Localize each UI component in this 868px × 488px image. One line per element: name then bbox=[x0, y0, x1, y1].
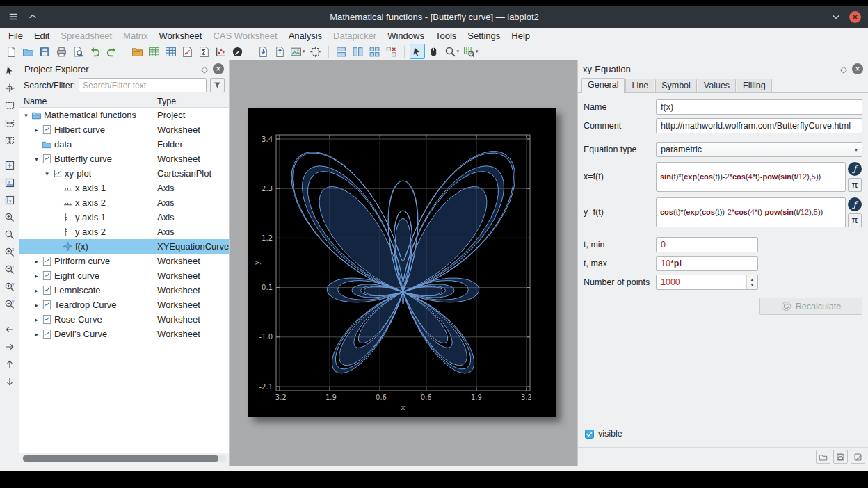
select-mode-button[interactable] bbox=[410, 44, 425, 59]
tab-line[interactable]: Line bbox=[625, 79, 654, 92]
tab-values[interactable]: Values bbox=[698, 79, 736, 92]
crosshair-button[interactable] bbox=[2, 81, 17, 96]
auto-scale-y-button[interactable]: y bbox=[2, 193, 17, 208]
new-cas-worksheet-button[interactable] bbox=[196, 44, 211, 59]
save-project-button[interactable] bbox=[37, 44, 52, 59]
titlebar-shade-icon[interactable] bbox=[830, 10, 842, 23]
horizontal-scrollbar[interactable] bbox=[22, 455, 226, 462]
zoom-out-button[interactable] bbox=[2, 227, 17, 243]
titlebar-close-button[interactable] bbox=[849, 11, 861, 23]
search-filter-input[interactable] bbox=[79, 78, 207, 92]
equation-type-select[interactable]: parametric ▾ bbox=[656, 142, 862, 157]
float-panel-icon[interactable]: ◇ bbox=[201, 65, 208, 74]
menu-datapicker[interactable]: Datapicker bbox=[328, 31, 382, 41]
zoom-y-select-button[interactable] bbox=[2, 133, 17, 148]
open-project-button[interactable] bbox=[20, 44, 35, 59]
zoom-select-button[interactable] bbox=[2, 98, 17, 113]
zoom-mode-button[interactable]: ▾ bbox=[443, 44, 461, 59]
new-workbook-button[interactable] bbox=[129, 44, 145, 59]
export-button[interactable] bbox=[272, 44, 287, 59]
auto-scale-button[interactable] bbox=[2, 158, 17, 173]
insert-function-button[interactable]: ƒ bbox=[848, 162, 862, 176]
tree-row-mathematical-functions[interactable]: ▾Mathematical functionsProject bbox=[19, 108, 229, 122]
horizontal-layout-button[interactable] bbox=[351, 44, 366, 59]
break-layout-button[interactable] bbox=[384, 44, 399, 59]
tree-expand-icon[interactable]: ▾ bbox=[22, 112, 30, 119]
tree-row-teardrop-curve[interactable]: ▸Teardrop CurveWorksheet bbox=[19, 298, 229, 312]
spin-up-icon[interactable]: ▴ bbox=[751, 277, 754, 282]
tree-row-devil-s-curve[interactable]: ▸Devil's CurveWorksheet bbox=[19, 327, 229, 341]
navigate-mode-button[interactable] bbox=[426, 44, 442, 59]
zoom-out-x-button[interactable]: x bbox=[2, 262, 17, 277]
menu-worksheet[interactable]: Worksheet bbox=[153, 31, 207, 41]
recalculate-button[interactable]: Recalculate bbox=[760, 298, 862, 315]
tree-expand-icon[interactable]: ▸ bbox=[33, 287, 40, 294]
zoom-x-select-button[interactable] bbox=[2, 115, 17, 131]
y-equation-input[interactable]: cos(t)*(exp(cos(t))-2*cos(4*t)-pow(sin(t… bbox=[656, 197, 846, 227]
new-matrix-button[interactable] bbox=[163, 44, 178, 59]
tree-row-y-axis-2[interactable]: y axis 2Axis bbox=[19, 225, 229, 239]
tmin-input[interactable]: 0 bbox=[656, 237, 758, 252]
spinbox-arrows[interactable]: ▴▾ bbox=[746, 275, 757, 289]
tree-row-rose-curve[interactable]: ▸Rose CurveWorksheet bbox=[19, 312, 229, 327]
shift-up-y-button[interactable] bbox=[2, 357, 17, 372]
visible-checkbox[interactable] bbox=[584, 429, 594, 439]
tree-expand-icon[interactable]: ▸ bbox=[33, 258, 40, 265]
zoom-in-y-button[interactable]: y bbox=[2, 279, 17, 295]
shift-right-x-button[interactable] bbox=[2, 339, 17, 355]
fit-selection-button[interactable] bbox=[308, 44, 323, 59]
load-template-button[interactable] bbox=[816, 450, 830, 464]
menu-tools[interactable]: Tools bbox=[430, 31, 462, 41]
select-edit-button[interactable] bbox=[2, 63, 17, 79]
tab-filling[interactable]: Filling bbox=[737, 79, 772, 92]
menu-windows[interactable]: Windows bbox=[382, 31, 430, 41]
redo-button[interactable] bbox=[104, 44, 119, 59]
name-input[interactable] bbox=[656, 99, 862, 115]
tree-row-data[interactable]: dataFolder bbox=[19, 137, 229, 152]
magnification-button[interactable]: ▾ bbox=[462, 44, 480, 59]
print-button[interactable] bbox=[54, 44, 69, 59]
tree-expand-icon[interactable]: ▾ bbox=[33, 156, 40, 163]
float-dock-icon[interactable]: ◇ bbox=[840, 65, 847, 74]
menu-analysis[interactable]: Analysis bbox=[283, 31, 328, 41]
points-spinbox[interactable]: 1000 ▴▾ bbox=[656, 275, 758, 290]
auto-scale-x-button[interactable]: x bbox=[2, 175, 17, 190]
vertical-layout-button[interactable] bbox=[334, 44, 349, 59]
menu-file[interactable]: File bbox=[3, 31, 29, 41]
tree-row-eight-curve[interactable]: ▸Eight curveWorksheet bbox=[19, 268, 229, 283]
new-project-button[interactable] bbox=[3, 44, 19, 59]
menu-edit[interactable]: Edit bbox=[29, 31, 55, 41]
tree-row-x-axis-2[interactable]: x axis 2Axis bbox=[19, 195, 229, 210]
menu-settings[interactable]: Settings bbox=[462, 31, 506, 41]
close-dock-button[interactable] bbox=[852, 63, 863, 74]
menu-spreadsheet[interactable]: Spreadsheet bbox=[55, 31, 118, 41]
comment-input[interactable] bbox=[656, 118, 862, 133]
tree-expand-icon[interactable]: ▸ bbox=[33, 331, 40, 338]
column-header-name[interactable]: Name bbox=[19, 95, 154, 107]
spin-down-icon[interactable]: ▾ bbox=[751, 282, 754, 288]
tree-row-hilbert-curve[interactable]: ▸Hilbert curveWorksheet bbox=[19, 122, 229, 137]
zoom-in-button[interactable] bbox=[2, 210, 17, 225]
tmax-input[interactable]: 10*pi bbox=[656, 256, 758, 271]
close-panel-button[interactable] bbox=[213, 63, 224, 74]
menu-cas-worksheet[interactable]: CAS Worksheet bbox=[207, 31, 282, 41]
tree-expand-icon[interactable]: ▸ bbox=[33, 302, 40, 309]
shift-down-y-button[interactable] bbox=[2, 374, 17, 389]
column-header-type[interactable]: Type bbox=[154, 97, 176, 106]
insert-constant-button[interactable]: π bbox=[848, 213, 862, 227]
tree-row-x-axis-1[interactable]: x axis 1Axis bbox=[19, 181, 229, 195]
grid-layout-button[interactable] bbox=[367, 44, 383, 59]
tab-general[interactable]: General bbox=[581, 78, 625, 93]
tree-expand-icon[interactable]: ▾ bbox=[43, 170, 51, 177]
tab-symbol[interactable]: Symbol bbox=[655, 79, 697, 92]
menu-matrix[interactable]: Matrix bbox=[118, 31, 153, 41]
zoom-in-x-button[interactable]: x bbox=[2, 245, 17, 260]
import-data-button[interactable] bbox=[255, 44, 271, 59]
tree-row-piriform-curve[interactable]: ▸Piriform curveWorksheet bbox=[19, 254, 229, 268]
new-image-button[interactable]: ▾ bbox=[289, 44, 307, 59]
save-template-button[interactable] bbox=[833, 450, 848, 464]
insert-constant-button[interactable]: π bbox=[848, 178, 862, 192]
zoom-out-y-button[interactable]: y bbox=[2, 297, 17, 312]
scrollbar-thumb[interactable] bbox=[23, 455, 218, 462]
tree-row-butterfly-curve[interactable]: ▾Butterfly curveWorksheet bbox=[19, 152, 229, 166]
